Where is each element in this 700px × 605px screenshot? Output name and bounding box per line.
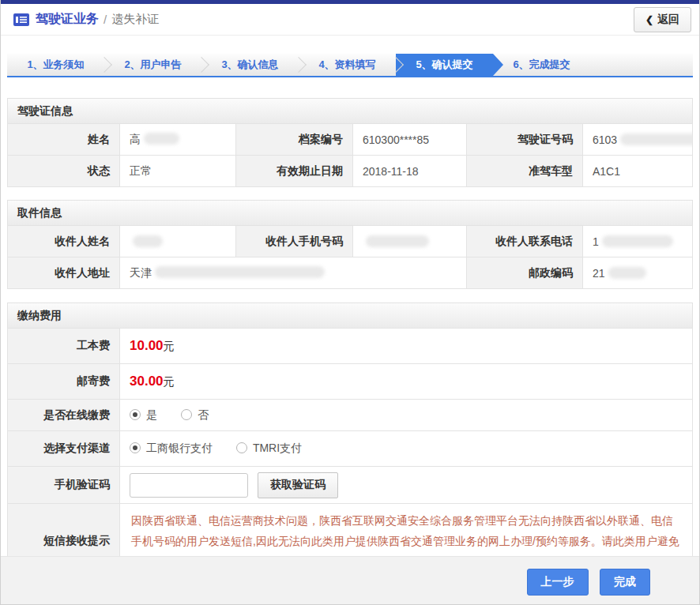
postal-code-label: 邮政编码 [467, 257, 583, 289]
name-label: 姓名 [8, 124, 120, 156]
step-3-confirm-info[interactable]: 3、确认信息 [201, 54, 299, 76]
production-fee-value: 10.00元 [120, 329, 693, 364]
online-pay-no-radio[interactable] [181, 409, 192, 420]
back-chevron-icon: ❮ [645, 14, 653, 25]
fees-section: 缴纳费用 工本费 10.00元 邮寄费 30.00元 是否在线缴费 是 否 [7, 302, 693, 579]
production-fee-label: 工本费 [8, 329, 120, 364]
get-code-button[interactable]: 获取验证码 [258, 472, 338, 498]
name-value: 高 [120, 124, 236, 156]
channel-icbc-radio[interactable] [130, 442, 141, 453]
fees-table: 工本费 10.00元 邮寄费 30.00元 是否在线缴费 是 否 选择支付渠道 [7, 328, 693, 579]
production-fee-amount: 10.00 [130, 338, 164, 353]
step-6-complete-submit[interactable]: 6、完成提交 [493, 54, 590, 76]
channel-icbc-label[interactable]: 工商银行支付 [146, 442, 213, 454]
page-title: 驾驶证业务 [36, 11, 99, 28]
table-row: 工本费 10.00元 [8, 329, 693, 364]
table-row: 收件人地址 天津 邮政编码 21 [8, 257, 693, 289]
back-button[interactable]: ❮ 返回 [634, 7, 691, 32]
payment-channel-label: 选择支付渠道 [8, 431, 120, 467]
redaction-mask [155, 266, 325, 278]
recipient-phone-value: 1 [583, 226, 693, 257]
step-5-confirm-submit[interactable]: 5、确认提交 [396, 54, 493, 76]
license-section-title: 驾驶证信息 [7, 98, 693, 123]
payment-channel-options: 工商银行支付 TMRI支付 [120, 431, 693, 467]
step-1-business-notice[interactable]: 1、业务须知 [7, 54, 104, 76]
channel-tmri-radio[interactable] [236, 442, 247, 453]
online-pay-yes-radio[interactable] [130, 409, 141, 420]
finish-button[interactable]: 完成 [600, 569, 650, 596]
status-label: 状态 [8, 156, 120, 187]
vehicle-class-label: 准驾车型 [467, 156, 583, 187]
vehicle-class-value: A1C1 [583, 156, 693, 187]
wizard-steps: 1、业务须知 2、用户申告 3、确认信息 4、资料填写 5、确认提交 6、完成提… [7, 54, 693, 77]
postal-code-value: 21 [583, 257, 693, 289]
license-no-label: 驾驶证号码 [467, 124, 583, 156]
redaction-mask [620, 133, 692, 145]
postage-fee-value: 30.00元 [120, 364, 693, 400]
recipient-name-label: 收件人姓名 [8, 226, 120, 257]
table-row: 状态 正常 有效期止日期 2018-11-18 准驾车型 A1C1 [8, 156, 693, 187]
license-no-value: 6103 [583, 124, 693, 156]
file-no-label: 档案编号 [236, 124, 353, 156]
page-container: 驾驶证业务 / 遗失补证 ❮ 返回 1、业务须知 2、用户申告 3、确认信息 4… [0, 0, 700, 605]
back-button-label: 返回 [657, 13, 679, 27]
recipient-phone-label: 收件人联系电话 [467, 226, 583, 257]
fee-unit: 元 [164, 340, 175, 352]
recipient-mobile-value [353, 226, 467, 257]
pickup-section-title: 取件信息 [7, 200, 693, 225]
breadcrumb-divider: / [103, 13, 107, 26]
redaction-mask [133, 235, 163, 247]
breadcrumb-current: 遗失补证 [111, 12, 159, 27]
sms-code-field-cell: 获取验证码 [120, 467, 693, 504]
table-row: 选择支付渠道 工商银行支付 TMRI支付 [8, 431, 693, 467]
step-4-fill-data[interactable]: 4、资料填写 [299, 54, 396, 76]
table-row: 是否在线缴费 是 否 [8, 400, 693, 431]
sms-code-label: 手机验证码 [8, 467, 120, 504]
online-pay-yes-label[interactable]: 是 [146, 408, 157, 421]
pickup-info-table: 收件人姓名 收件人手机号码 收件人联系电话 1 收件人地址 天津 邮政编码 21 [7, 225, 693, 289]
table-row: 收件人姓名 收件人手机号码 收件人联系电话 1 [8, 226, 693, 257]
status-value: 正常 [120, 156, 236, 187]
recipient-name-value [120, 226, 236, 257]
pickup-info-section: 取件信息 收件人姓名 收件人手机号码 收件人联系电话 1 收件人地址 天津 邮政… [7, 200, 693, 289]
recipient-mobile-label: 收件人手机号码 [236, 226, 353, 257]
address-label: 收件人地址 [8, 257, 120, 289]
redaction-mask [144, 133, 179, 145]
license-info-section: 驾驶证信息 姓名 高 档案编号 610300****85 驾驶证号码 6103 … [7, 98, 693, 187]
redaction-mask [366, 235, 429, 247]
fees-section-title: 缴纳费用 [7, 302, 693, 328]
expiry-value: 2018-11-18 [353, 156, 467, 187]
postage-fee-label: 邮寄费 [8, 364, 120, 400]
step-2-user-declaration[interactable]: 2、用户申告 [104, 54, 201, 76]
file-no-value: 610300****85 [353, 124, 467, 156]
redaction-mask [602, 235, 673, 247]
expiry-label: 有效期止日期 [236, 156, 353, 187]
channel-tmri-label[interactable]: TMRI支付 [253, 442, 302, 454]
sms-code-input[interactable] [130, 473, 248, 498]
license-service-icon [13, 13, 29, 26]
footer-action-bar: 上一步 完成 [1, 556, 699, 604]
previous-step-button[interactable]: 上一步 [527, 569, 589, 596]
postage-fee-amount: 30.00 [130, 374, 164, 389]
table-row: 邮寄费 30.00元 [8, 364, 693, 400]
page-header: 驾驶证业务 / 遗失补证 ❮ 返回 [1, 4, 699, 36]
license-info-table: 姓名 高 档案编号 610300****85 驾驶证号码 6103 状态 正常 … [7, 123, 693, 187]
fee-unit: 元 [164, 375, 175, 388]
online-pay-label: 是否在线缴费 [8, 400, 120, 431]
redaction-mask [608, 267, 646, 279]
online-pay-options: 是 否 [120, 400, 693, 431]
online-pay-no-label[interactable]: 否 [198, 408, 209, 421]
table-row: 姓名 高 档案编号 610300****85 驾驶证号码 6103 [8, 124, 693, 156]
address-value: 天津 [120, 257, 467, 289]
table-row: 手机验证码 获取验证码 [8, 467, 693, 504]
